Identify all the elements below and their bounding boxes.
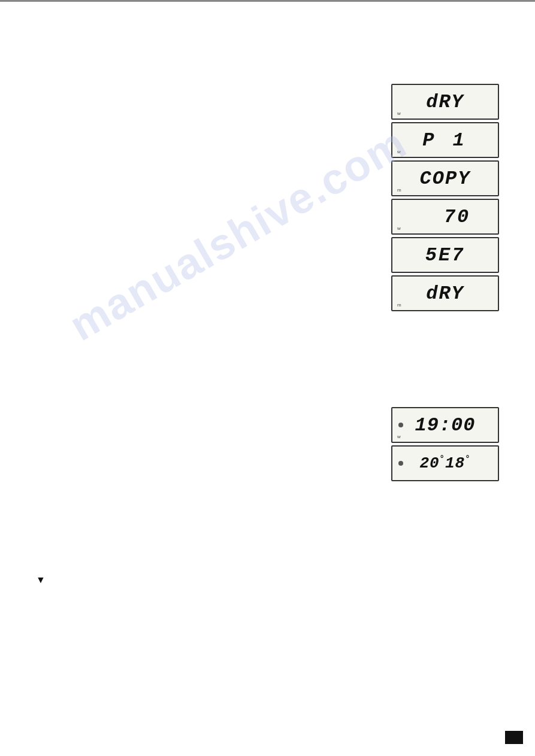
lcd-text-copy: COPY [420,168,471,190]
lcd-text-p1: P 1 [422,129,468,151]
lcd-display-1900: 19:00 w [391,407,499,443]
lcd-display-2018: 20°18° [391,445,499,481]
lcd-display-70: 70 w [391,199,499,235]
black-rect-decoration [505,731,523,744]
lcd-display-p1: P 1 w [391,122,499,158]
lcd-display-copy: COPY m [391,160,499,196]
top-separator [0,0,535,2]
lcd-indicator-6: m [397,302,401,308]
lcd-text-dry-1: dRY [426,91,464,113]
bullet-arrow: ▼ [36,575,46,585]
lcd-displays-group1: dRY w P 1 w COPY m 70 w 5E7 dRY m [391,84,499,311]
lcd-text-set: 5E7 [425,244,466,266]
lcd-text-1900: 19:00 [415,414,475,436]
watermark: manualshive.com [61,118,415,350]
dot-indicator-2018 [398,461,403,466]
lcd-indicator-1: w [397,111,401,116]
lcd-text-2018: 20°18° [419,454,470,472]
lcd-text-dry-2: dRY [426,283,464,305]
lcd-indicator-4: w [397,226,401,231]
lcd-displays-group2: 19:00 w 20°18° [391,407,499,481]
page-container: manualshive.com dRY w P 1 w COPY m 70 w … [0,0,535,756]
lcd-indicator-3: m [397,187,401,193]
lcd-indicator-7: w [397,434,401,439]
lcd-display-dry-1: dRY w [391,84,499,120]
lcd-display-set: 5E7 [391,237,499,273]
lcd-display-dry-2: dRY m [391,275,499,311]
dot-indicator-1900 [398,423,403,427]
lcd-text-70: 70 [444,206,470,228]
lcd-indicator-2: w [397,149,401,154]
